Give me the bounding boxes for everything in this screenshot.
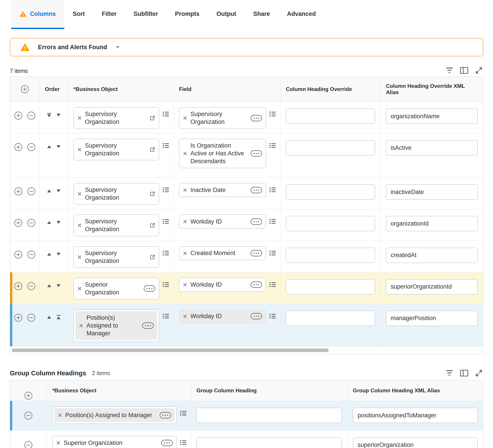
tab-advanced[interactable]: Advanced: [279, 0, 324, 29]
insert-row-button[interactable]: [14, 313, 22, 322]
remove-value-icon[interactable]: [183, 116, 187, 120]
move-up-icon[interactable]: [46, 315, 52, 320]
column-heading-override-input[interactable]: [286, 140, 375, 155]
move-to-bottom-icon[interactable]: [46, 113, 52, 118]
business-object-picker[interactable]: Position(s) Assigned to Manager: [74, 310, 159, 342]
horizontal-scrollbar-thumb[interactable]: [12, 348, 329, 352]
insert-row-button[interactable]: [14, 111, 22, 120]
related-actions-icon[interactable]: [162, 313, 169, 319]
tab-output[interactable]: Output: [208, 0, 245, 29]
expand-grid-icon[interactable]: [475, 369, 483, 377]
remove-value-icon[interactable]: [183, 188, 187, 192]
remove-value-icon[interactable]: [77, 192, 82, 196]
remove-row-button[interactable]: [27, 187, 35, 195]
xml-alias-input[interactable]: [386, 216, 478, 231]
external-link-icon[interactable]: [149, 147, 155, 152]
remove-value-icon[interactable]: [56, 441, 61, 445]
move-down-icon[interactable]: [56, 144, 61, 149]
related-actions-icon[interactable]: [162, 111, 169, 117]
ellipsis-icon[interactable]: [250, 313, 262, 320]
ellipsis-icon[interactable]: [161, 440, 173, 446]
ellipsis-icon[interactable]: [250, 187, 262, 193]
related-actions-icon[interactable]: [162, 250, 169, 256]
move-up-icon[interactable]: [46, 283, 52, 288]
move-down-icon[interactable]: [56, 283, 61, 288]
remove-value-icon[interactable]: [77, 223, 82, 228]
business-object-chip[interactable]: Superior Organization: [52, 436, 177, 448]
remove-value-icon[interactable]: [77, 286, 82, 291]
external-link-icon[interactable]: [149, 254, 155, 260]
ellipsis-icon[interactable]: [160, 412, 171, 418]
xml-alias-input[interactable]: [386, 311, 478, 326]
remove-value-icon[interactable]: [77, 255, 82, 259]
related-actions-icon[interactable]: [269, 142, 276, 149]
move-down-icon[interactable]: [56, 252, 61, 257]
group-xml-alias-input[interactable]: [353, 408, 478, 423]
move-up-icon[interactable]: [46, 220, 52, 225]
insert-row-button[interactable]: [14, 219, 22, 227]
remove-row-button[interactable]: [27, 313, 35, 322]
field-chip[interactable]: Created Moment: [179, 246, 266, 260]
tab-sort[interactable]: Sort: [64, 0, 93, 29]
remove-value-icon[interactable]: [183, 283, 187, 287]
external-link-icon[interactable]: [149, 222, 155, 228]
errors-alert-banner[interactable]: Errors and Alerts Found: [10, 38, 483, 56]
related-actions-icon[interactable]: [269, 111, 276, 117]
add-row-header-button[interactable]: [21, 85, 29, 93]
move-down-icon[interactable]: [56, 220, 61, 225]
related-actions-icon[interactable]: [269, 281, 276, 288]
field-chip[interactable]: Workday ID: [179, 215, 266, 229]
xml-alias-input[interactable]: [386, 184, 478, 200]
business-object-chip[interactable]: Supervisory Organization: [74, 246, 159, 268]
business-object-chip[interactable]: Supervisory Organization: [74, 215, 159, 236]
ellipsis-icon[interactable]: [250, 281, 262, 288]
ellipsis-icon[interactable]: [144, 285, 155, 292]
horizontal-scrollbar-track[interactable]: [10, 346, 483, 354]
group-column-heading-input[interactable]: [196, 408, 342, 423]
related-actions-icon[interactable]: [269, 313, 276, 319]
field-chip[interactable]: Supervisory Organization: [179, 107, 266, 129]
remove-row-button[interactable]: [27, 219, 35, 227]
external-link-icon[interactable]: [149, 191, 155, 197]
ellipsis-icon[interactable]: [250, 115, 262, 121]
remove-value-icon[interactable]: [183, 251, 187, 255]
remove-value-icon[interactable]: [183, 314, 187, 319]
remove-value-icon[interactable]: [79, 323, 83, 328]
xml-alias-input[interactable]: [386, 279, 478, 294]
field-chip[interactable]: Workday ID: [179, 278, 266, 292]
field-chip[interactable]: Inactive Date: [179, 183, 266, 197]
move-up-icon[interactable]: [46, 188, 52, 193]
group-column-heading-input[interactable]: [196, 437, 342, 448]
group-xml-alias-input[interactable]: [353, 437, 478, 448]
tab-prompts[interactable]: Prompts: [167, 0, 208, 29]
tab-subfilter[interactable]: Subfilter: [125, 0, 167, 29]
move-down-icon[interactable]: [56, 188, 61, 193]
remove-value-icon[interactable]: [58, 413, 62, 417]
move-to-top-icon[interactable]: [56, 315, 61, 320]
insert-row-button[interactable]: [14, 282, 22, 290]
freeze-columns-icon[interactable]: [460, 369, 468, 377]
business-object-chip[interactable]: Position(s) Assigned to Manager: [75, 311, 157, 340]
expand-grid-icon[interactable]: [475, 67, 483, 74]
related-actions-icon[interactable]: [162, 187, 169, 193]
add-row-header-button[interactable]: [24, 391, 33, 400]
business-object-chip[interactable]: Supervisory Organization: [74, 139, 159, 160]
related-actions-icon[interactable]: [269, 250, 276, 256]
business-object-chip[interactable]: Supervisory Organization: [74, 183, 159, 205]
remove-row-button[interactable]: [27, 250, 35, 259]
business-object-picker[interactable]: Position(s) Assigned to Manager: [52, 406, 177, 424]
business-object-chip[interactable]: Superior Organization: [74, 278, 159, 299]
external-link-icon[interactable]: [149, 115, 155, 121]
remove-value-icon[interactable]: [77, 147, 82, 152]
column-heading-override-input[interactable]: [286, 216, 375, 231]
filter-grid-icon[interactable]: [445, 369, 454, 377]
ellipsis-icon[interactable]: [142, 322, 154, 329]
remove-row-button[interactable]: [27, 282, 35, 290]
column-heading-override-input[interactable]: [286, 279, 375, 294]
tab-filter[interactable]: Filter: [93, 0, 125, 29]
insert-row-button[interactable]: [14, 143, 22, 151]
ellipsis-icon[interactable]: [250, 150, 262, 157]
remove-value-icon[interactable]: [183, 151, 187, 156]
insert-row-button[interactable]: [14, 250, 22, 259]
related-actions-icon[interactable]: [180, 439, 187, 446]
